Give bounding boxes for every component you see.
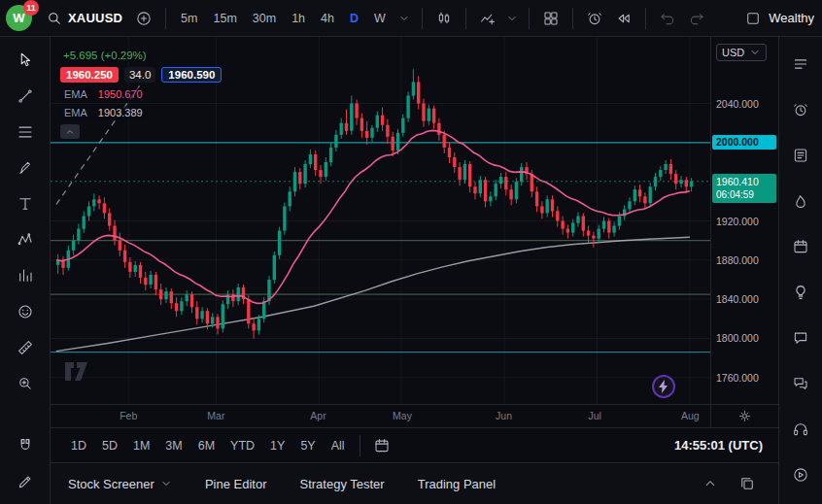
timeframe-d[interactable]: D bbox=[343, 8, 365, 29]
currency-dropdown[interactable]: USD bbox=[716, 44, 767, 61]
comments-button[interactable] bbox=[786, 370, 815, 397]
fib-retracement-tool[interactable] bbox=[11, 118, 40, 146]
text-tool[interactable] bbox=[11, 190, 40, 218]
range-3m[interactable]: 3M bbox=[158, 435, 188, 456]
layout-grid-button[interactable] bbox=[537, 5, 565, 32]
timeframe-15m[interactable]: 15m bbox=[206, 8, 243, 29]
redo-button[interactable] bbox=[683, 5, 710, 32]
trend-line-tool[interactable] bbox=[11, 83, 40, 110]
range-ytd[interactable]: YTD bbox=[223, 435, 261, 456]
indicators-icon bbox=[479, 10, 497, 27]
drawing-toolbar bbox=[0, 37, 51, 504]
range-5y[interactable]: 5Y bbox=[293, 435, 322, 456]
last-price-value: 1960.410 bbox=[716, 176, 772, 189]
magnet-tool[interactable] bbox=[11, 432, 40, 459]
replay-button[interactable] bbox=[610, 5, 637, 32]
indicator-legend-ema-fast[interactable]: EMA 1950.670 bbox=[60, 87, 147, 101]
timeframe-30m[interactable]: 30m bbox=[246, 8, 283, 29]
draw-tool[interactable] bbox=[11, 468, 40, 495]
time-label-jun: Jun bbox=[496, 410, 512, 421]
text-icon bbox=[17, 195, 34, 213]
hotlists-button[interactable] bbox=[786, 187, 815, 215]
smiley-icon bbox=[17, 303, 34, 320]
chevron-down-icon bbox=[160, 478, 172, 489]
chevron-down-icon bbox=[398, 13, 410, 24]
indicators-menu-button[interactable] bbox=[503, 5, 521, 32]
alert-button[interactable] bbox=[581, 5, 608, 32]
chart-style-button[interactable] bbox=[430, 5, 458, 32]
comments-icon bbox=[792, 375, 809, 392]
xabcd-pattern-icon bbox=[17, 231, 34, 249]
range-6m[interactable]: 6M bbox=[191, 435, 222, 456]
watchlist-button[interactable] bbox=[786, 50, 815, 78]
price-tick: 2040.000 bbox=[716, 98, 759, 110]
price-tick: 1880.000 bbox=[716, 254, 759, 266]
bottom-panel: Stock ScreenerPine EditorStrategy Tester… bbox=[51, 462, 778, 504]
ask-price[interactable]: 1960.590 bbox=[161, 67, 222, 83]
calendar-icon bbox=[373, 437, 391, 454]
tab-pine-editor[interactable]: Pine Editor bbox=[205, 477, 267, 491]
alert-price-label[interactable]: 2000.000 bbox=[712, 135, 776, 150]
axis-settings-button[interactable] bbox=[710, 405, 778, 427]
expand-panel-button[interactable] bbox=[697, 470, 724, 497]
bid-price[interactable]: 1960.250 bbox=[60, 67, 119, 83]
tab-strategy-tester[interactable]: Strategy Tester bbox=[299, 477, 384, 491]
alerts-button[interactable] bbox=[786, 96, 815, 123]
cursor-tool[interactable] bbox=[11, 47, 40, 74]
timeframe-1h[interactable]: 1h bbox=[285, 8, 312, 29]
utc-clock[interactable]: 14:55:01 (UTC) bbox=[674, 438, 763, 453]
calendar-button[interactable] bbox=[786, 233, 815, 260]
brand-label: Wealthy bbox=[769, 11, 814, 25]
fullscreen-button[interactable] bbox=[739, 5, 767, 32]
range-1m[interactable]: 1M bbox=[126, 435, 156, 456]
magnet-icon bbox=[17, 437, 34, 454]
collapse-legend-button[interactable] bbox=[60, 124, 80, 139]
news-button[interactable] bbox=[786, 142, 815, 169]
quick-trade-button[interactable] bbox=[652, 375, 675, 398]
range-all[interactable]: All bbox=[325, 435, 352, 456]
measure-tool[interactable] bbox=[11, 334, 40, 361]
maximize-panel-button[interactable] bbox=[734, 470, 761, 497]
timeframe-menu-button[interactable] bbox=[394, 5, 414, 32]
lightbulb-icon bbox=[792, 284, 809, 301]
tutorials-button[interactable] bbox=[786, 461, 815, 488]
price-tick: 1800.000 bbox=[716, 332, 759, 344]
go-to-date-button[interactable] bbox=[368, 432, 395, 459]
tab-stock-screener[interactable]: Stock Screener bbox=[68, 477, 172, 491]
timeframe-w[interactable]: W bbox=[367, 8, 393, 29]
forecast-tool[interactable] bbox=[11, 262, 40, 289]
range-group: 1D5D1M3M6MYTD1Y5YAll bbox=[64, 435, 352, 456]
chat-button[interactable] bbox=[786, 324, 815, 352]
ideas-button[interactable] bbox=[786, 279, 815, 306]
tab-trading-panel[interactable]: Trading Panel bbox=[418, 477, 496, 491]
timeframe-5m[interactable]: 5m bbox=[174, 8, 204, 29]
candlestick-icon bbox=[435, 10, 453, 27]
plus-circle-icon bbox=[135, 10, 153, 27]
toolbar-divider bbox=[422, 8, 423, 29]
time-axis[interactable]: FebMarAprMayJunJulAug bbox=[51, 404, 778, 427]
emoji-tool[interactable] bbox=[11, 298, 40, 325]
app-logo[interactable]: W 11 bbox=[6, 5, 32, 31]
undo-button[interactable] bbox=[654, 5, 681, 32]
pattern-tool[interactable] bbox=[11, 226, 40, 253]
indicator-legend-ema-slow[interactable]: EMA 1903.389 bbox=[60, 106, 147, 119]
tradingview-watermark bbox=[64, 359, 99, 385]
toolbar-divider bbox=[572, 8, 573, 29]
chart-pane[interactable]: +5.695 (+0.29%) 1960.250 34.0 1960.590 E… bbox=[51, 37, 710, 404]
indicators-button[interactable] bbox=[474, 5, 501, 32]
time-label-aug: Aug bbox=[681, 410, 700, 421]
support-button[interactable] bbox=[786, 416, 815, 443]
symbol-search-button[interactable]: XAUUSD bbox=[40, 7, 128, 30]
price-axis[interactable]: USD 2000.000 1960.410 06:04:59 2040.0001… bbox=[710, 37, 778, 404]
spread-value: 34.0 bbox=[124, 67, 155, 83]
range-5d[interactable]: 5D bbox=[95, 435, 124, 456]
timeframe-4h[interactable]: 4h bbox=[314, 8, 341, 29]
add-symbol-button[interactable] bbox=[130, 5, 157, 32]
zoom-tool[interactable] bbox=[11, 370, 40, 397]
chevron-down-icon bbox=[506, 13, 518, 24]
toolbar-divider bbox=[165, 8, 166, 29]
brush-tool[interactable] bbox=[11, 154, 40, 182]
price-change-text: +5.695 (+0.29%) bbox=[60, 49, 150, 62]
range-1d[interactable]: 1D bbox=[64, 435, 93, 456]
range-1y[interactable]: 1Y bbox=[263, 435, 291, 456]
